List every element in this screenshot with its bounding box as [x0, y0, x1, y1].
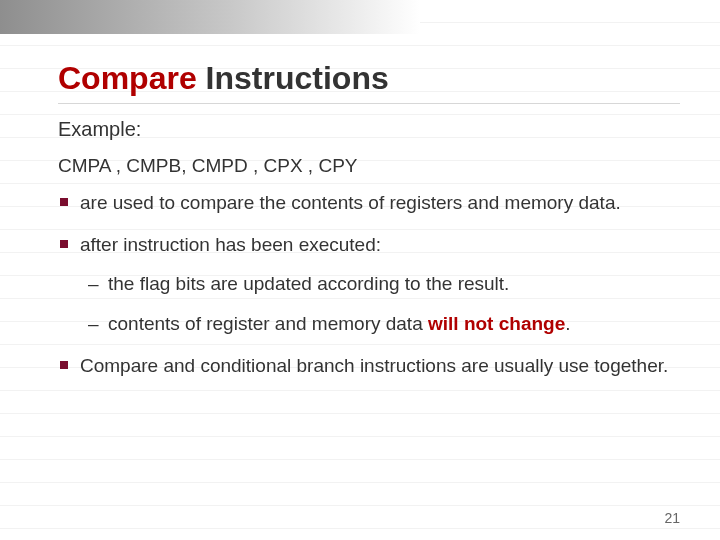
slide-content: Compare Instructions Example: CMPA , CMP…: [58, 60, 680, 397]
sub-bullet-2-post: .: [565, 313, 570, 334]
sub-bullet-2: contents of register and memory data wil…: [88, 312, 680, 336]
title-accent-word: Compare: [58, 60, 197, 96]
bullet-list: are used to compare the contents of regi…: [58, 191, 680, 379]
bullet-1-text: are used to compare the contents of regi…: [80, 192, 621, 213]
sub-bullet-1-text: the flag bits are updated according to t…: [108, 273, 509, 294]
bullet-3-text: Compare and conditional branch instructi…: [80, 355, 668, 376]
example-label: Example:: [58, 118, 680, 141]
sub-bullet-2-pre: contents of register and memory data: [108, 313, 428, 334]
header-gradient-bar: [0, 0, 420, 34]
title-underline: [58, 103, 680, 104]
sub-bullet-1: the flag bits are updated according to t…: [88, 272, 680, 296]
bullet-3: Compare and conditional branch instructi…: [58, 354, 680, 378]
bullet-2-text: after instruction has been executed:: [80, 234, 381, 255]
title-rest: Instructions: [206, 60, 389, 96]
bullet-1: are used to compare the contents of regi…: [58, 191, 680, 215]
sub-bullet-2-strong: will not change: [428, 313, 565, 334]
slide-title: Compare Instructions: [58, 60, 680, 97]
mnemonics-line: CMPA , CMPB, CMPD , CPX , CPY: [58, 155, 680, 177]
sub-bullet-list: the flag bits are updated according to t…: [88, 272, 680, 337]
slide-number: 21: [664, 510, 680, 526]
bullet-2: after instruction has been executed: the…: [58, 233, 680, 336]
